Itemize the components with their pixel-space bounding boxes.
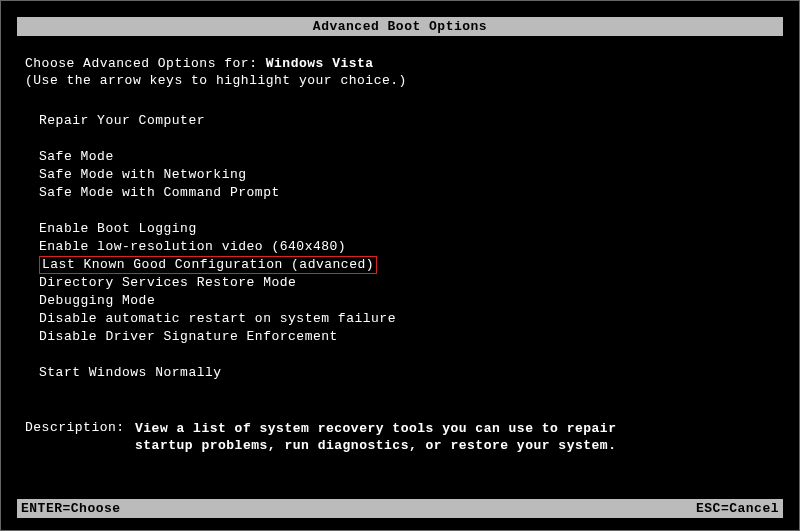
menu-item-safe-mode[interactable]: Safe Mode [39,148,775,166]
menu-item-safe-mode-cmd[interactable]: Safe Mode with Command Prompt [39,184,775,202]
description-text: View a list of system recovery tools you… [135,420,655,454]
menu-item-low-res-video[interactable]: Enable low-resolution video (640x480) [39,238,775,256]
screen-title: Advanced Boot Options [313,19,487,34]
menu-item-boot-logging[interactable]: Enable Boot Logging [39,220,775,238]
hint-text: (Use the arrow keys to highlight your ch… [25,73,775,88]
menu-item-highlighted[interactable]: Last Known Good Configuration (advanced) [39,256,377,274]
prompt-prefix: Choose Advanced Options for: [25,56,266,71]
boot-menu[interactable]: Repair Your Computer Safe Mode Safe Mode… [39,112,775,382]
description-block: Description: View a list of system recov… [25,420,775,454]
menu-item-safe-mode-networking[interactable]: Safe Mode with Networking [39,166,775,184]
prompt-line: Choose Advanced Options for: Windows Vis… [25,56,775,71]
menu-item-start-normally[interactable]: Start Windows Normally [39,364,775,382]
menu-spacer [39,130,775,148]
menu-item-last-known-good[interactable]: Last Known Good Configuration (advanced) [39,256,775,274]
title-bar: Advanced Boot Options [17,17,783,36]
menu-item-disable-auto-restart[interactable]: Disable automatic restart on system fail… [39,310,775,328]
content-area: Choose Advanced Options for: Windows Vis… [1,36,799,454]
os-name: Windows Vista [266,56,374,71]
footer-enter-hint: ENTER=Choose [21,501,121,516]
menu-item-disable-driver-sig[interactable]: Disable Driver Signature Enforcement [39,328,775,346]
menu-item-ds-restore[interactable]: Directory Services Restore Mode [39,274,775,292]
menu-spacer [39,346,775,364]
menu-spacer [39,202,775,220]
footer-bar: ENTER=Choose ESC=Cancel [17,499,783,518]
footer-esc-hint: ESC=Cancel [696,501,779,516]
menu-item-repair[interactable]: Repair Your Computer [39,112,775,130]
description-label: Description: [25,420,135,454]
menu-item-debugging[interactable]: Debugging Mode [39,292,775,310]
